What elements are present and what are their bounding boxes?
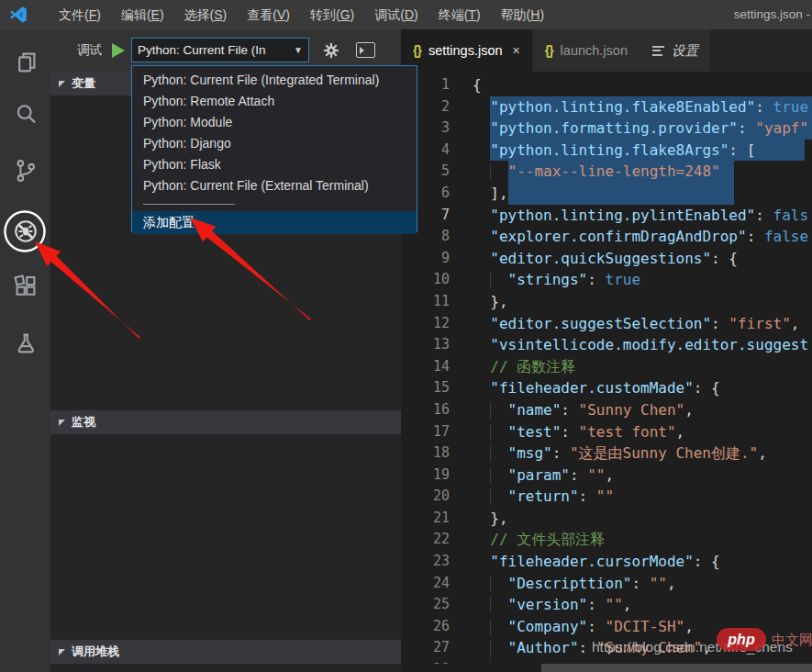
menu-f[interactable]: 文件(F) <box>49 0 111 29</box>
code-text: "msg": "这是由Sunny Chen创建.", <box>508 442 767 465</box>
indent-guide <box>490 445 491 462</box>
line-content: // 文件头部注释 <box>473 529 812 551</box>
line-number: 27 <box>401 637 450 659</box>
dropdown-item[interactable]: Python: Django <box>132 133 417 154</box>
code-line[interactable]: 4"python.linting.flake8Args": [ <box>401 140 812 162</box>
code-line[interactable]: 2"python.linting.flake8Enabled": true <box>401 96 812 118</box>
code-text: }, <box>490 291 507 313</box>
settings-list-icon <box>652 43 664 58</box>
code-line[interactable]: 6], <box>401 183 812 205</box>
indent-guide <box>490 597 491 613</box>
code-text: "fileheader.customMade": { <box>490 377 719 399</box>
gear-icon <box>321 40 341 61</box>
close-icon[interactable]: × <box>513 43 520 58</box>
dropdown-item[interactable]: Python: Flask <box>132 154 417 175</box>
section-label: 变量 <box>72 75 95 92</box>
indent-guide <box>490 272 491 288</box>
menu-t[interactable]: 终端(T) <box>428 0 491 29</box>
code-text: // 函数注释 <box>490 356 575 378</box>
extensions-icon[interactable] <box>0 268 50 305</box>
indent-guide <box>490 402 491 419</box>
code-line[interactable]: 15"fileheader.customMade": { <box>401 377 812 399</box>
section-label: 监视 <box>72 414 95 431</box>
menu-g[interactable]: 转到(G) <box>300 0 364 29</box>
code-text: "vsintellicode.modify.editor.suggest <box>490 334 808 356</box>
code-line[interactable]: 25"version": "", <box>401 594 812 616</box>
dropdown-item[interactable]: Python: Remote Attach <box>132 91 417 112</box>
menu-d[interactable]: 调试(D) <box>364 0 428 29</box>
line-content: "explorer.confirmDragAndDrop": false <box>473 226 812 248</box>
line-number: 12 <box>401 313 450 335</box>
code-line[interactable]: 24"Descripttion": "", <box>401 573 812 595</box>
code-line[interactable]: 20"return": "" <box>401 486 812 508</box>
tab-settings-json[interactable]: {}settings.json× <box>401 29 532 72</box>
code-line[interactable]: 10"strings": true <box>401 269 812 291</box>
tab-label: 设置 <box>672 42 698 60</box>
dropdown-item[interactable]: Python: Current File (External Terminal) <box>132 175 417 196</box>
code-line[interactable]: 9"editor.quickSuggestions": { <box>401 248 812 270</box>
json-file-icon: {} <box>413 43 421 58</box>
code-line[interactable]: 3"python.formatting.provider": "yapf" <box>401 118 812 140</box>
debug-config-select[interactable]: Python: Current File (In ▼ <box>131 38 309 62</box>
line-content: // 函数注释 <box>473 356 812 378</box>
line-number: 22 <box>401 529 450 551</box>
section-header-watch[interactable]: 监视 <box>50 410 401 434</box>
line-number: 25 <box>401 594 450 616</box>
tab-launch-json[interactable]: {}launch.json <box>533 29 640 72</box>
line-content: "strings": true <box>473 269 812 291</box>
line-content: "editor.quickSuggestions": { <box>473 248 812 270</box>
json-file-icon: {} <box>545 43 553 58</box>
code-line[interactable]: 18"msg": "这是由Sunny Chen创建.", <box>401 442 812 465</box>
code-line[interactable]: 13"vsintellicode.modify.editor.suggest <box>401 334 812 356</box>
code-text: // 文件头部注释 <box>490 529 605 551</box>
code-text: "test": "test font", <box>508 421 685 443</box>
code-text: "python.linting.flake8Enabled": true <box>490 96 808 118</box>
code-line[interactable]: 16"name": "Sunny Chen", <box>401 399 812 421</box>
code-line[interactable]: 8"explorer.confirmDragAndDrop": false <box>401 226 812 248</box>
menu-h[interactable]: 帮助(H) <box>491 0 554 29</box>
dropdown-item[interactable]: Python: Module <box>132 112 417 133</box>
debug-icon[interactable] <box>0 213 50 250</box>
configure-gear-button[interactable] <box>319 39 343 62</box>
code-line[interactable]: 5"--max--line-length=248" <box>401 161 812 183</box>
add-configuration-item[interactable]: 添加配置... <box>132 211 417 234</box>
code-line[interactable]: 19"param": "", <box>401 465 812 487</box>
code-line[interactable]: 14// 函数注释 <box>401 356 812 378</box>
dropdown-separator <box>143 204 235 205</box>
code-line[interactable]: 23"fileheader.cursorMode": { <box>401 551 812 573</box>
scrollbar-thumb[interactable] <box>541 664 812 672</box>
dropdown-item[interactable]: Python: Current File (Integrated Termina… <box>132 70 417 91</box>
open-console-button[interactable] <box>356 42 375 58</box>
source-control-icon[interactable] <box>0 152 50 189</box>
terminal-icon <box>360 47 364 54</box>
indent-guide <box>490 640 491 656</box>
php-logo: php <box>717 628 766 651</box>
tab--[interactable]: 设置 <box>640 29 710 72</box>
explorer-icon[interactable] <box>0 44 50 81</box>
code-line[interactable]: 7"python.linting.pylintEnabled": fals <box>401 205 812 227</box>
code-text: "python.formatting.provider": "yapf" <box>490 118 808 140</box>
menu-s[interactable]: 选择(S) <box>174 0 238 29</box>
line-content: "return": "" <box>473 486 812 508</box>
code-editor[interactable]: 1{2"python.linting.flake8Enabled": true3… <box>401 72 812 672</box>
code-line[interactable]: 17"test": "test font", <box>401 421 812 443</box>
editor-tab-bar: {}settings.json×{}launch.json设置 <box>401 29 812 72</box>
code-line[interactable]: 12"editor.suggestSelection": "first", <box>401 313 812 335</box>
indent-guide <box>490 467 491 484</box>
code-line[interactable]: 1{ <box>401 74 812 96</box>
line-number: 24 <box>401 573 450 595</box>
menu-v[interactable]: 查看(V) <box>237 0 300 29</box>
section-header-callstack[interactable]: 调用堆栈 <box>50 640 401 664</box>
code-text: "fileheader.cursorMode": { <box>490 551 719 573</box>
search-icon[interactable] <box>0 95 50 132</box>
start-debug-button[interactable] <box>112 43 125 58</box>
debug-panel-title: 调试 <box>77 29 102 72</box>
activity-bar <box>0 29 50 672</box>
test-beaker-icon[interactable] <box>0 325 50 362</box>
line-content: "version": "", <box>473 594 812 616</box>
line-content: "name": "Sunny Chen", <box>473 399 812 421</box>
code-line[interactable]: 22// 文件头部注释 <box>401 529 812 551</box>
code-line[interactable]: 21}, <box>401 508 812 530</box>
code-line[interactable]: 11}, <box>401 291 812 313</box>
menu-e[interactable]: 编辑(E) <box>111 0 174 29</box>
